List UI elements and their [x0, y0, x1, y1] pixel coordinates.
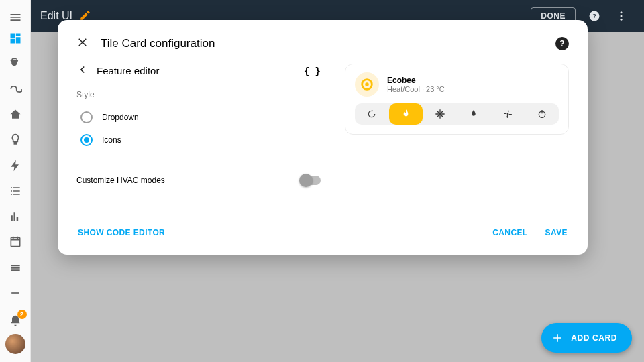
hvac-mode-cool[interactable] [423, 103, 457, 125]
preview-entity-state: Heat/Cool · 23 °C [387, 85, 445, 93]
cancel-button[interactable]: CANCEL [491, 225, 529, 240]
sidebar-item-minus[interactable] [0, 280, 31, 306]
hvac-mode-auto[interactable] [355, 103, 389, 125]
sidebar-item-ideas[interactable] [0, 127, 31, 153]
dialog-help-icon[interactable]: ? [555, 37, 569, 50]
sidebar-item-automation[interactable] [0, 76, 31, 102]
sidebar-item-addons[interactable] [0, 255, 31, 280]
svg-text:?: ? [592, 12, 596, 19]
sidebar: 2 [0, 0, 31, 362]
sidebar-item-overview[interactable] [0, 25, 31, 51]
fab-label: ADD CARD [571, 333, 617, 343]
show-code-editor-button[interactable]: SHOW CODE EDITOR [76, 225, 166, 240]
feature-editor-panel: Feature editor { } Style Dropdown Icons … [76, 64, 321, 185]
svg-point-2 [621, 11, 623, 13]
style-option-label: Icons [102, 135, 121, 145]
notifications-icon[interactable]: 2 [0, 308, 31, 334]
thermostat-icon [355, 72, 379, 97]
svg-point-7 [507, 113, 509, 115]
tile-card-config-dialog: Tile Card configuration ? Feature editor… [58, 20, 588, 255]
sidebar-item-calendar[interactable] [0, 229, 31, 255]
add-card-fab[interactable]: ADD CARD [541, 323, 632, 353]
svg-point-3 [621, 15, 623, 17]
feature-editor-title: Feature editor [97, 65, 296, 76]
style-option-label: Dropdown [102, 113, 139, 122]
preview-entity-name: Ecobee [387, 76, 445, 85]
radio-unchecked-icon [80, 111, 93, 123]
plus-icon [551, 331, 564, 345]
toolbar-help-icon[interactable]: ? [581, 10, 608, 22]
menu-icon[interactable] [0, 0, 31, 25]
sidebar-item-energy[interactable] [0, 153, 31, 178]
code-braces-icon[interactable]: { } [304, 66, 321, 76]
customize-hvac-toggle[interactable] [301, 176, 321, 185]
hvac-mode-off[interactable] [525, 103, 559, 125]
dialog-title: Tile Card configuration [101, 37, 543, 50]
sidebar-item-home[interactable] [0, 102, 31, 127]
svg-point-4 [621, 19, 623, 21]
radio-checked-icon [80, 134, 93, 146]
sidebar-item-list[interactable] [0, 178, 31, 204]
sidebar-item-devtools[interactable] [0, 51, 31, 76]
back-icon[interactable] [76, 64, 89, 78]
toolbar-more-icon[interactable] [608, 10, 635, 22]
style-option-icons[interactable]: Icons [76, 129, 321, 152]
save-button[interactable]: SAVE [544, 225, 569, 240]
close-icon[interactable] [76, 36, 89, 50]
svg-point-6 [365, 82, 369, 86]
style-label: Style [76, 90, 321, 99]
customize-hvac-label: Customize HVAC modes [76, 176, 165, 185]
style-option-dropdown[interactable]: Dropdown [76, 106, 321, 129]
sidebar-item-stats[interactable] [0, 204, 31, 229]
hvac-mode-heat[interactable] [389, 103, 423, 125]
hvac-mode-fan[interactable] [491, 103, 525, 125]
card-preview-panel: Ecobee Heat/Cool · 23 °C [345, 64, 569, 185]
avatar[interactable] [5, 334, 25, 354]
tile-card-preview: Ecobee Heat/Cool · 23 °C [345, 64, 569, 135]
hvac-mode-heatcool[interactable] [457, 103, 491, 125]
notification-badge: 2 [17, 310, 27, 319]
hvac-mode-segmented [355, 103, 559, 125]
